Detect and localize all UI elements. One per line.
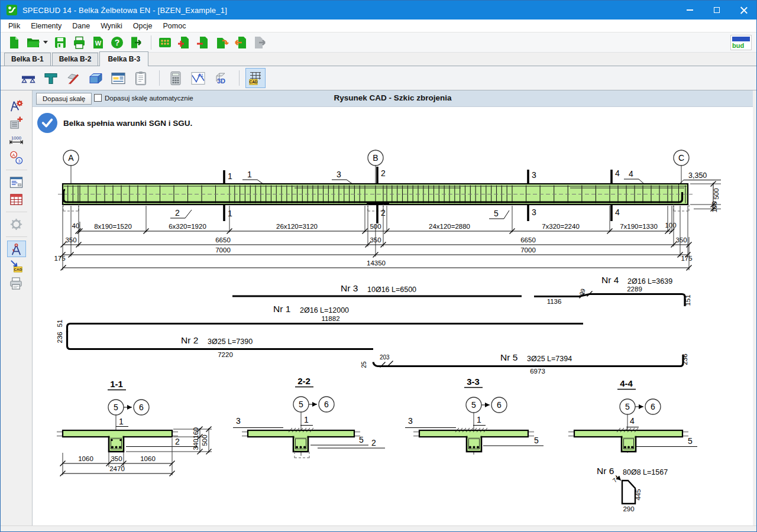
exit-button[interactable] (127, 34, 145, 51)
elements-grid-icon (158, 35, 172, 50)
minimize-button[interactable] (676, 1, 703, 20)
export-element-disabled-icon (253, 35, 267, 50)
cad-drawing-button[interactable]: CAD (245, 68, 266, 88)
cad-drawing-icon: CAD (248, 70, 263, 86)
save-icon (53, 35, 67, 50)
new-file-button[interactable] (5, 34, 23, 51)
dim-label: 175 (54, 255, 65, 262)
save-button[interactable] (51, 34, 69, 51)
menu-wyniki[interactable]: Wyniki (95, 21, 128, 31)
grid-axes: A B C (63, 150, 689, 183)
close-icon (740, 7, 748, 14)
bubble-5: 5 (471, 400, 476, 410)
dimensions-button[interactable]: 1000 (7, 132, 26, 148)
section-dim: 2470 (109, 465, 125, 472)
check-icon (37, 113, 57, 133)
copy-element-button[interactable] (213, 34, 231, 51)
stirrup-dim: 290 (623, 505, 634, 512)
bar-spec: 80Ø8 L=1567 (623, 468, 668, 476)
section-dim: 500 (201, 434, 208, 446)
report-clipboard-icon (133, 70, 148, 86)
dim-label: 24x120=2880 (429, 223, 470, 230)
add-drawing-element-button[interactable] (7, 115, 26, 131)
beam-scheme-button[interactable] (18, 68, 38, 88)
building-add-icon (9, 116, 24, 131)
materials-button[interactable] (63, 68, 83, 88)
section-title: 2-2 (297, 376, 310, 386)
beam-tabs: Belka B-1 Belka B-2 Belka B-3 (1, 53, 757, 66)
export-word-button[interactable]: W (89, 34, 107, 51)
fit-scale-button[interactable]: Dopasuj skalę (36, 93, 92, 105)
logo-bar (732, 37, 750, 41)
section-bar-ref: 1 (119, 417, 124, 426)
leftbar-separator (6, 170, 27, 170)
drawing-canvas[interactable]: A B C (33, 107, 753, 525)
bubble-5: 5 (625, 402, 630, 411)
bar-ref-3: 3 (337, 170, 341, 179)
svg-text:3D: 3D (217, 77, 225, 84)
calculation-printout-button[interactable] (166, 68, 186, 88)
close-button[interactable] (730, 1, 757, 20)
bar-labels-button[interactable]: A3 (7, 149, 26, 166)
import-element-button[interactable] (232, 34, 250, 51)
print-button[interactable] (70, 34, 88, 51)
beam-toolbar: 4,1 3D CAD (1, 66, 757, 90)
dimension-icon: 1000 (9, 133, 24, 148)
bar-dim: 6973 (530, 368, 545, 375)
menu-plik[interactable]: Plik (3, 21, 25, 31)
section-dim: 1060 (140, 455, 156, 462)
drawing-settings-button[interactable] (7, 98, 26, 114)
results-window-button[interactable] (108, 68, 128, 88)
section-shape-button[interactable] (41, 68, 61, 88)
menu-elementy[interactable]: Elementy (25, 21, 67, 31)
cut-label: 1 (228, 209, 232, 218)
dim-label: 6x320=1920 (169, 223, 206, 230)
settings-button[interactable] (7, 216, 26, 232)
autofit-label: Dopasuj skalę automatycznie (105, 95, 193, 102)
tab-belka-b3[interactable]: Belka B-3 (99, 51, 148, 66)
tab-belka-b1[interactable]: Belka B-1 (4, 53, 51, 66)
export-cad-button[interactable]: CAD (7, 258, 26, 274)
open-file-button[interactable] (24, 34, 42, 51)
autofit-checkbox[interactable] (94, 94, 102, 102)
bar-nr5: Nr 5 3Ø25 L=7394 6973 203 25 236 (361, 352, 688, 375)
bar-ref-2: 2 (175, 208, 180, 218)
maximize-button[interactable] (703, 1, 730, 20)
help-button[interactable]: ? (108, 34, 126, 51)
dim-label: 350 (675, 236, 687, 244)
report-button[interactable] (131, 68, 151, 88)
svg-text:CAD: CAD (249, 80, 257, 84)
sketch-view-button[interactable] (7, 241, 26, 257)
grid-label-a: A (68, 153, 74, 163)
rebar-schedule: Nr 3 10Ø16 L=6500 Nr 4 2Ø16 L=3639 2289 … (56, 275, 691, 512)
section-title: 1-1 (110, 379, 123, 389)
drawing-options-button[interactable] (7, 174, 26, 190)
grid-label-b: B (373, 153, 378, 163)
bar-ref-5: 5 (494, 209, 499, 218)
dim-label: 7x190=1330 (620, 223, 658, 230)
status-bar (1, 525, 757, 532)
diagrams-button[interactable]: 4,1 (188, 68, 208, 88)
export-element-button[interactable] (251, 34, 268, 51)
cut-label: 3 (532, 207, 536, 217)
remove-element-button[interactable] (194, 34, 212, 51)
leftbar-separator-3 (6, 236, 27, 237)
steel-schedule-button[interactable] (7, 191, 26, 207)
elements-list-button[interactable] (156, 34, 174, 51)
loads-3d-button[interactable] (86, 68, 106, 88)
bubble-6: 6 (139, 403, 144, 412)
support-c-outline (674, 205, 689, 211)
section-title: 3-3 (467, 377, 480, 387)
menu-dane[interactable]: Dane (67, 21, 95, 31)
tab-belka-b2[interactable]: Belka B-2 (52, 53, 99, 66)
add-element-button[interactable] (175, 34, 193, 51)
menu-opcje[interactable]: Opcje (128, 21, 158, 31)
bar-number: Nr 5 (500, 352, 517, 362)
bar-number: Nr 1 (273, 304, 290, 314)
open-dropdown-arrow[interactable] (43, 41, 48, 44)
svg-text:W: W (95, 40, 102, 47)
menu-pomoc[interactable]: Pomoc (158, 21, 192, 31)
print-drawing-button[interactable] (7, 275, 26, 291)
section-4-4: 4-4 5 6 4 5 (568, 378, 697, 453)
view-3d-button[interactable]: 3D (211, 68, 231, 88)
